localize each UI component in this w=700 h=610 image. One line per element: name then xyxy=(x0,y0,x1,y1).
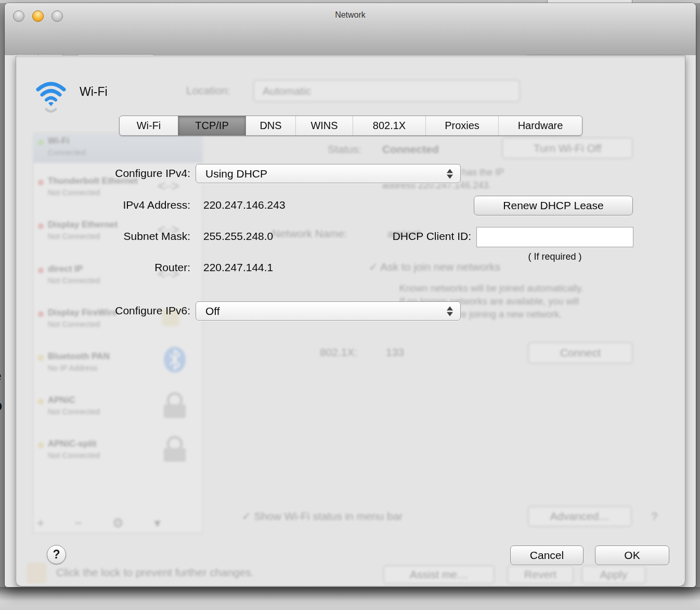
tab-proxies[interactable]: Proxies xyxy=(425,116,498,135)
configure-ipv4-label: Configure IPv4: xyxy=(14,167,190,180)
titlebar: Network xyxy=(5,3,696,29)
window-content: Location: Automatic Wi-Fi Connected Thun… xyxy=(5,55,696,587)
traffic-lights xyxy=(13,10,63,22)
subnet-mask-value: 255.255.248.0 xyxy=(203,230,273,243)
dhcp-client-id-hint: ( If required ) xyxy=(476,251,633,262)
cancel-button[interactable]: Cancel xyxy=(510,545,584,565)
wifi-service-icon xyxy=(35,77,67,113)
network-preferences-window: Network ◀ ▶ Show All Location: Automa xyxy=(5,3,696,587)
stepper-arrows-icon xyxy=(447,169,453,179)
router-label: Router: xyxy=(14,261,190,274)
tab-wins[interactable]: WINS xyxy=(295,116,353,135)
screen: e o ▼Recent Documents Network ◀ ▶ Show A… xyxy=(0,0,700,610)
stepper-arrows-icon xyxy=(447,306,453,316)
ipv4-address-label: IPv4 Address: xyxy=(14,199,190,211)
zoom-button[interactable] xyxy=(51,10,63,22)
window-title: Network xyxy=(335,10,366,20)
tab-dns[interactable]: DNS xyxy=(245,116,295,135)
configure-ipv6-label: Configure IPv6: xyxy=(14,304,190,317)
service-title: Wi-Fi xyxy=(80,85,108,99)
configure-ipv4-select[interactable]: Using DHCP xyxy=(196,164,461,183)
dhcp-client-id-input[interactable] xyxy=(477,227,633,247)
tab-tcpip[interactable]: TCP/IP xyxy=(178,116,245,135)
background-text-fragment: o xyxy=(0,397,5,417)
advanced-settings-sheet: Wi-Fi Wi-Fi TCP/IP DNS WINS 802.1X Proxi… xyxy=(16,55,685,587)
background-text-fragment: e xyxy=(0,367,5,388)
renew-dhcp-lease-button[interactable]: Renew DHCP Lease xyxy=(474,196,633,215)
ok-button[interactable]: OK xyxy=(595,545,669,565)
minimize-button[interactable] xyxy=(32,10,44,22)
configure-ipv4-value: Using DHCP xyxy=(205,168,267,180)
ipv4-address-value: 220.247.146.243 xyxy=(203,199,286,211)
configure-ipv6-value: Off xyxy=(205,305,220,317)
tab-8021x[interactable]: 802.1X xyxy=(353,116,425,135)
dhcp-client-id-label: DHCP Client ID: xyxy=(294,230,471,243)
router-value: 220.247.144.1 xyxy=(203,261,273,274)
close-button[interactable] xyxy=(13,10,24,22)
background-desktop-strip: ▼Recent Documents xyxy=(0,587,700,610)
toolbar: ◀ ▶ Show All xyxy=(5,29,696,56)
tab-hardware[interactable]: Hardware xyxy=(498,116,582,135)
configure-ipv6-select[interactable]: Off xyxy=(196,301,461,321)
sheet-help-button[interactable]: ? xyxy=(47,545,66,564)
tab-bar: Wi-Fi TCP/IP DNS WINS 802.1X Proxies Har… xyxy=(119,116,582,136)
tab-wifi[interactable]: Wi-Fi xyxy=(120,116,178,135)
dhcp-client-id-field[interactable] xyxy=(476,227,633,247)
subnet-mask-label: Subnet Mask: xyxy=(14,230,190,243)
